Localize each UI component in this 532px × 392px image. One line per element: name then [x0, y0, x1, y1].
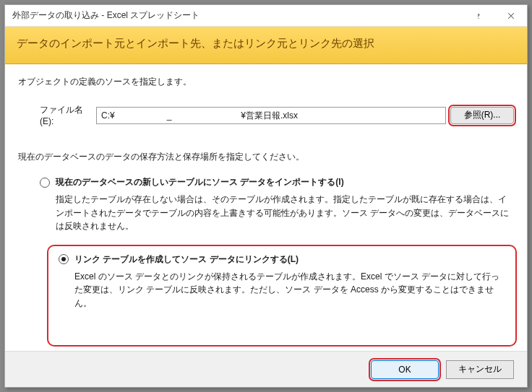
help-button[interactable] [462, 5, 494, 26]
content-area: オブジェクトの定義のソースを指定します。 ファイル名(E): C:¥ _ ¥営業… [5, 64, 527, 347]
titlebar: 外部データの取り込み - Excel スプレッドシート [5, 5, 527, 27]
banner-heading: データのインポート元とインポート先、またはリンク元とリンク先の選択 [17, 37, 515, 51]
dialog-window: 外部データの取り込み - Excel スプレッドシート データのインポート元とイ… [4, 4, 528, 388]
radio-link[interactable] [59, 254, 69, 264]
footer: OK キャンセル [5, 351, 527, 387]
file-path-input[interactable]: C:¥ _ ¥営業日報.xlsx [96, 107, 446, 124]
option-link-desc: Excel のソース データとのリンクが保持されるテーブルが作成されます。Exc… [74, 270, 505, 310]
sub-instruction-text: 現在のデータベースのデータの保存方法と保存場所を指定してください。 [18, 151, 514, 163]
option-link-title: リンク テーブルを作成してソース データにリンクする(L) [74, 253, 299, 266]
file-row: ファイル名(E): C:¥ _ ¥営業日報.xlsx 参照(R)... [40, 104, 514, 126]
file-label: ファイル名(E): [40, 104, 92, 126]
option-import: 現在のデータベースの新しいテーブルにソース データをインポートする(I) 指定し… [40, 176, 514, 233]
highlighted-option: リンク テーブルを作成してソース データにリンクする(L) Excel のソース… [47, 245, 517, 347]
ok-button[interactable]: OK [371, 360, 439, 379]
option-import-desc: 指定したテーブルが存在しない場合は、そのテーブルが作成されます。指定したテーブル… [56, 193, 514, 233]
instruction-text: オブジェクトの定義のソースを指定します。 [18, 76, 514, 88]
radio-import[interactable] [40, 178, 50, 188]
window-title: 外部データの取り込み - Excel スプレッドシート [12, 9, 462, 22]
help-icon [474, 12, 483, 20]
option-link: リンク テーブルを作成してソース データにリンクする(L) Excel のソース… [59, 253, 505, 310]
option-group: 現在のデータベースの新しいテーブルにソース データをインポートする(I) 指定し… [40, 176, 514, 347]
close-icon [507, 12, 515, 20]
option-import-title: 現在のデータベースの新しいテーブルにソース データをインポートする(I) [56, 176, 344, 188]
browse-button[interactable]: 参照(R)... [450, 107, 514, 124]
banner: データのインポート元とインポート先、またはリンク元とリンク先の選択 [5, 27, 527, 64]
close-button[interactable] [494, 5, 527, 26]
cancel-button[interactable]: キャンセル [446, 360, 514, 379]
titlebar-controls [462, 5, 527, 26]
